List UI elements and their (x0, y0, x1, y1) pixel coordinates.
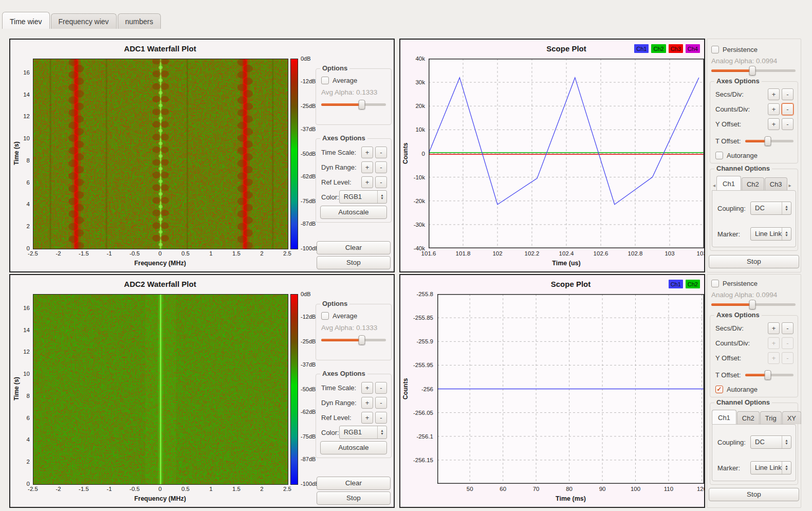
autorange-checkbox[interactable] (715, 152, 723, 159)
t-offset-slider[interactable] (745, 370, 793, 380)
marker-spinbox[interactable]: Line Link ▲▼ (750, 461, 791, 474)
spin-down-icon[interactable]: ▼ (380, 432, 384, 435)
tick-label: 16 (23, 69, 30, 76)
tab-time-view[interactable]: Time wiev (2, 12, 50, 29)
colorbar-label: 0dB (301, 291, 311, 297)
time-scale-plus-button[interactable]: + (361, 147, 373, 158)
clear-button[interactable]: Clear (317, 241, 391, 254)
ref-level-plus-button[interactable]: + (361, 176, 373, 188)
ref-level-minus-button[interactable]: - (375, 176, 387, 188)
counts-div-plus-button[interactable]: + (768, 103, 780, 115)
coupling-spinbox[interactable]: DC ▲▼ (750, 435, 791, 449)
secs-div-minus-button[interactable]: - (782, 88, 793, 100)
tick-label: 0 (422, 151, 425, 157)
tick-label: 6 (27, 415, 30, 421)
channel-options-group: Channel Options Ch1 Ch2 Trig XY Coupling… (710, 403, 798, 485)
scope2-plot[interactable] (437, 294, 704, 484)
dyn-range-plus-button[interactable]: + (361, 397, 373, 409)
spin-arrows[interactable]: ▲▼ (377, 426, 386, 439)
tick-label: 8 (27, 157, 30, 163)
ref-level-plus-button[interactable]: + (361, 412, 373, 424)
options-group-title: Options (320, 300, 349, 307)
spin-down-icon[interactable]: ▼ (785, 208, 788, 211)
spin-down-icon[interactable]: ▼ (785, 468, 788, 471)
color-spinbox[interactable]: RGB1 ▲▼ (339, 190, 387, 204)
tab-frequency-view[interactable]: Frequency wiev (51, 13, 117, 29)
y-offset-plus-button[interactable]: + (768, 118, 780, 130)
stop-button[interactable]: Stop (317, 491, 391, 505)
adc1-colorbar (290, 59, 298, 249)
channel-tab-ch1[interactable]: Ch1 (716, 176, 741, 190)
stop-button[interactable]: Stop (317, 256, 391, 269)
color-row: Color: RGB1 ▲▼ (321, 426, 387, 439)
time-scale-plus-button[interactable]: + (361, 382, 373, 394)
adc1-waterfall-image[interactable] (33, 59, 288, 249)
slider-handle[interactable] (749, 66, 756, 76)
t-offset-slider[interactable] (745, 136, 793, 146)
autorange-checkbox[interactable]: ✓ (715, 386, 723, 393)
autoscale-button[interactable]: Autoscale (320, 441, 387, 454)
dyn-range-plus-button[interactable]: + (361, 161, 373, 173)
persistence-checkbox[interactable] (711, 280, 719, 287)
dyn-range-minus-button[interactable]: - (375, 161, 387, 173)
spin-down-icon[interactable]: ▼ (785, 234, 788, 237)
spin-arrows[interactable]: ▲▼ (782, 202, 791, 214)
clear-button[interactable]: Clear (317, 477, 391, 490)
color-spinbox[interactable]: RGB1 ▲▼ (339, 426, 387, 439)
tick-label: 2.5 (283, 486, 291, 492)
spin-arrows[interactable]: ▲▼ (782, 228, 791, 240)
tab-numbers[interactable]: numbers (118, 13, 161, 29)
scope1-plot[interactable] (429, 59, 704, 248)
dyn-range-minus-button[interactable]: - (375, 397, 387, 409)
adc2-waterfall-image[interactable] (33, 294, 288, 485)
tick-label: 1 (209, 486, 212, 492)
time-scale-minus-button[interactable]: - (375, 147, 387, 158)
channel-tab-ch2[interactable]: Ch2 (737, 411, 760, 424)
channel-tab-ch1[interactable]: Ch1 (712, 410, 736, 424)
secs-div-plus-button[interactable]: + (768, 322, 780, 334)
spin-arrows[interactable]: ▲▼ (782, 436, 791, 448)
avg-alpha-slider[interactable] (321, 335, 386, 345)
channel-tab-ch2[interactable]: Ch2 (742, 177, 764, 190)
spin-arrows[interactable]: ▲▼ (782, 462, 791, 474)
analog-alpha-slider[interactable] (711, 66, 796, 76)
coupling-spinbox[interactable]: DC ▲▼ (750, 202, 791, 215)
axes-options-title: Axes Options (320, 134, 367, 142)
options-group-title: Options (320, 64, 349, 72)
avg-alpha-slider[interactable] (321, 100, 386, 110)
time-scale-row: Time Scale: + - (321, 146, 387, 158)
marker-row: Marker: Line Link ▲▼ (717, 462, 791, 474)
persistence-checkbox[interactable] (711, 46, 719, 53)
channel-tab-trig[interactable]: Trig (760, 411, 782, 424)
tabs-scroll-left-icon[interactable]: ◂ (712, 182, 716, 190)
slider-handle[interactable] (749, 300, 756, 309)
slider-handle[interactable] (765, 370, 771, 380)
tick-label: -2.5 (28, 250, 38, 257)
tick-label: -2 (56, 486, 61, 492)
ref-level-minus-button[interactable]: - (375, 412, 387, 424)
slider-handle[interactable] (359, 100, 365, 110)
tick-label: 2.5 (283, 250, 291, 257)
autoscale-button[interactable]: Autoscale (320, 206, 387, 219)
spin-down-icon[interactable]: ▼ (785, 442, 788, 445)
secs-div-minus-button[interactable]: - (782, 322, 793, 334)
slider-handle[interactable] (359, 335, 365, 345)
scope2-stop-button[interactable]: Stop (709, 488, 799, 501)
channel-tab-ch3[interactable]: Ch3 (765, 177, 787, 190)
spin-down-icon[interactable]: ▼ (380, 197, 384, 200)
slider-handle[interactable] (765, 136, 771, 146)
average-checkbox[interactable] (321, 312, 329, 320)
scope1-stop-button[interactable]: Stop (709, 255, 799, 268)
tick-label: -1.5 (79, 250, 89, 257)
average-checkbox[interactable] (321, 77, 329, 84)
spin-arrows[interactable]: ▲▼ (377, 191, 386, 203)
adc2-options-column: Options Average Avg Alpha: 0.1333 Axes O… (313, 275, 394, 507)
marker-spinbox[interactable]: Line Link ▲▼ (750, 227, 791, 241)
secs-div-plus-button[interactable]: + (768, 88, 780, 100)
time-scale-minus-button[interactable]: - (375, 382, 387, 394)
tabs-scroll-right-icon[interactable]: ▸ (788, 182, 792, 190)
analog-alpha-slider[interactable] (711, 300, 796, 309)
counts-div-minus-button[interactable]: - (782, 103, 793, 115)
y-offset-minus-button[interactable]: - (782, 118, 793, 130)
channel-tab-xy[interactable]: XY (782, 411, 801, 424)
